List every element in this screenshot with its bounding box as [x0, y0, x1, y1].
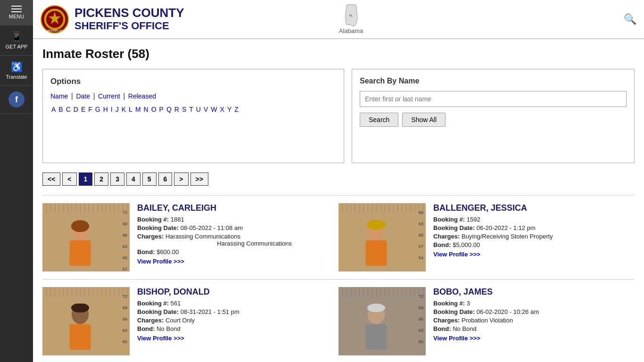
sidebar-translate-label: Translate: [6, 74, 27, 80]
sort-by-name[interactable]: Name: [50, 92, 68, 100]
person-silhouette: [57, 220, 104, 267]
page-btn-nav[interactable]: >: [174, 173, 188, 186]
alpha-link-a[interactable]: A: [50, 105, 57, 114]
alpha-link-p[interactable]: P: [158, 105, 165, 114]
page-btn-6[interactable]: 6: [158, 173, 173, 186]
svg-text:AL: AL: [349, 14, 353, 17]
person-silhouette-2: [353, 220, 400, 267]
accessibility-icon: ♿: [11, 61, 23, 73]
inmate-card-bobo: 72 69 66 63 60: [339, 287, 635, 355]
inmate-card-bailey: 72 69 66 63 60 57: [42, 203, 339, 272]
header-search-icon[interactable]: 🔍: [624, 13, 636, 25]
page-btn-nav[interactable]: <: [62, 173, 76, 186]
facebook-icon: f: [8, 91, 25, 107]
sidebar-item-facebook[interactable]: f: [0, 86, 33, 114]
inmate-photo-ballenger: 66 63 60 57 54: [339, 203, 426, 272]
inmate-booking-date-ballenger: Booking Date: 06-20-2022 - 1:12 pm: [433, 224, 625, 231]
alpha-link-h[interactable]: H: [102, 105, 109, 114]
search-buttons: Search Show All: [360, 113, 627, 127]
inmate-row: 72 69 66 63 60 57: [42, 195, 635, 279]
inmate-photo-bishop: 72 69 66 63 60: [42, 287, 130, 355]
alpha-link-b[interactable]: B: [58, 105, 64, 114]
search-button[interactable]: Search: [360, 113, 398, 127]
alpha-link-s[interactable]: S: [181, 105, 187, 114]
alpha-link-z[interactable]: Z: [233, 105, 239, 114]
alpha-link-g[interactable]: G: [94, 105, 101, 114]
view-profile-bobo[interactable]: View Profile >>>: [433, 335, 480, 342]
inmate-bond-bishop: Bond: No Bond: [137, 325, 329, 332]
alabama-map: AL Alabama: [339, 4, 363, 34]
alpha-link-x[interactable]: X: [219, 105, 225, 114]
svg-point-8: [71, 220, 89, 232]
svg-rect-13: [69, 324, 91, 350]
view-profile-bishop[interactable]: View Profile >>>: [137, 335, 184, 342]
inmate-info-bailey: BAILEY, CARLEIGH Booking #: 1881 Booking…: [137, 203, 329, 272]
sort-by-date[interactable]: Date: [76, 92, 90, 100]
sidebar-item-getapp[interactable]: 📱 GET APP: [0, 25, 33, 56]
alpha-link-o[interactable]: O: [150, 105, 157, 114]
view-profile-ballenger[interactable]: View Profile >>>: [433, 251, 480, 258]
sidebar: MENU 📱 GET APP ♿ Translate f: [0, 0, 33, 362]
alpha-link-f[interactable]: F: [87, 105, 93, 114]
phone-icon: 📱: [11, 31, 23, 42]
agency-name-line1: PICKENS COUNTY: [74, 6, 335, 20]
alpha-link-t[interactable]: T: [188, 105, 194, 114]
inmate-charges-bobo: Charges: Probation Violation: [433, 317, 625, 324]
page-btn-navnav[interactable]: >>: [190, 173, 208, 186]
inmate-bond-bailey: Bond: $600.00: [137, 248, 329, 255]
inmate-booking-date-bishop: Booking Date: 08-31-2021 - 1:51 pm: [137, 308, 329, 315]
svg-rect-7: [69, 240, 91, 266]
alpha-link-d[interactable]: D: [73, 105, 79, 114]
page-btn-navnav[interactable]: <<: [42, 173, 60, 186]
page-content: Inmate Roster (58) Options Name | Date |…: [33, 39, 644, 362]
page-btn-4[interactable]: 4: [126, 173, 140, 186]
svg-rect-10: [365, 240, 387, 266]
page-btn-1[interactable]: 1: [79, 173, 93, 186]
alpha-link-j[interactable]: J: [115, 105, 120, 114]
alpha-link-c[interactable]: C: [65, 105, 72, 114]
page-btn-5[interactable]: 5: [142, 173, 157, 186]
svg-point-14: [71, 304, 89, 313]
alpha-link-w[interactable]: W: [210, 105, 218, 114]
inmate-bond-ballenger: Bond: $5,000.00: [433, 241, 625, 248]
header-title-block: PICKENS COUNTY SHERIFF'S OFFICE: [74, 6, 335, 32]
inmate-info-bobo: BOBO, JAMES Booking #: 3 Booking Date: 0…: [433, 287, 625, 355]
options-search-row: Options Name | Date | Current | Released…: [42, 69, 635, 163]
alpha-link-n[interactable]: N: [143, 105, 149, 114]
inmate-name-ballenger: BALLENGER, JESSICA: [433, 203, 625, 213]
inmate-booking-num-ballenger: Booking #: 1592: [433, 216, 625, 223]
inmate-charges-bailey: Charges: Harassing Communications Harass…: [137, 233, 329, 247]
alpha-link-v[interactable]: V: [203, 105, 209, 114]
svg-point-17: [367, 304, 385, 312]
sort-by-current[interactable]: Current: [98, 92, 120, 100]
show-all-button[interactable]: Show All: [402, 113, 446, 127]
header: PICKENS CO PICKENS COUNTY SHERIFF'S OFFI…: [33, 0, 644, 39]
alpha-link-q[interactable]: Q: [165, 105, 173, 114]
sidebar-item-menu[interactable]: MENU: [0, 0, 33, 25]
options-heading: Options: [50, 77, 336, 86]
view-profile-bailey[interactable]: View Profile >>>: [137, 258, 184, 265]
alpha-link-i[interactable]: I: [110, 105, 114, 114]
alpha-link-u[interactable]: U: [195, 105, 202, 114]
options-sort-links: Name | Date | Current | Released: [50, 92, 336, 100]
alpha-link-e[interactable]: E: [80, 105, 86, 114]
alpha-link-l[interactable]: L: [128, 105, 133, 114]
inmate-card-ballenger: 66 63 60 57 54: [339, 203, 635, 272]
inmate-info-bishop: BISHOP, DONALD Booking #: 561 Booking Da…: [137, 287, 329, 355]
inmate-booking-num-bobo: Booking #: 3: [433, 300, 625, 307]
alpha-link-m[interactable]: M: [134, 105, 142, 114]
alpha-link-y[interactable]: Y: [226, 105, 232, 114]
page-btn-2[interactable]: 2: [94, 173, 108, 186]
search-input[interactable]: [360, 91, 627, 107]
inmate-name-bobo: BOBO, JAMES: [433, 287, 625, 297]
inmate-photo-bobo: 72 69 66 63 60: [339, 287, 426, 355]
options-box: Options Name | Date | Current | Released…: [42, 69, 344, 163]
alabama-label: Alabama: [339, 27, 363, 34]
sidebar-item-translate[interactable]: ♿ Translate: [0, 56, 33, 86]
sort-by-released[interactable]: Released: [128, 92, 156, 100]
page-btn-3[interactable]: 3: [110, 173, 124, 186]
alpha-link-k[interactable]: K: [121, 105, 127, 114]
alpha-link-r[interactable]: R: [173, 105, 180, 114]
inmate-charges-bishop: Charges: Court Only: [137, 317, 329, 324]
inmate-booking-date-bobo: Booking Date: 06-02-2020 - 10:26 am: [433, 308, 625, 315]
